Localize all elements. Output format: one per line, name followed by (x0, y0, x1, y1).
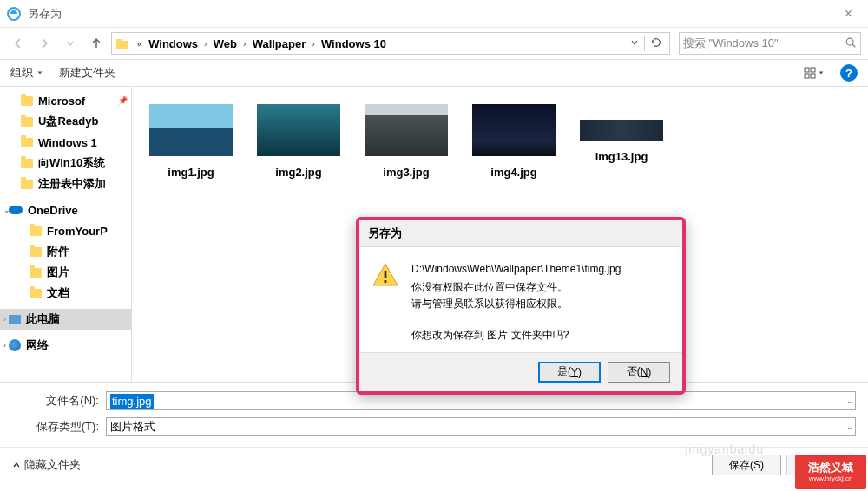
sidebar-item[interactable]: U盘Readyb (0, 111, 131, 132)
title-bar: 另存为 × (0, 0, 868, 28)
svg-rect-5 (805, 68, 809, 72)
folder-icon (30, 226, 42, 236)
folder-icon (21, 96, 33, 106)
sidebar-item[interactable]: 文档 (0, 283, 131, 304)
thumbnail-icon (365, 104, 448, 156)
folder-icon (21, 117, 33, 127)
search-placeholder: 搜索 "Windows 10" (683, 36, 845, 51)
sidebar-item[interactable]: 注册表中添加 (0, 173, 131, 194)
no-button[interactable]: 否(N) (608, 362, 670, 383)
window-title: 另存为 (28, 6, 836, 22)
onedrive-icon (9, 206, 23, 214)
recent-dropdown[interactable] (59, 32, 82, 55)
navigation-bar: « Windows › Web › Wallpaper › Windows 10… (0, 28, 868, 59)
breadcrumb-item[interactable]: Web (212, 37, 239, 50)
sidebar-thispc[interactable]: ›此电脑 (0, 309, 131, 330)
chevron-icon: › (239, 38, 251, 49)
filetype-label: 保存类型(T): (12, 419, 99, 435)
folder-icon (21, 180, 33, 189)
sidebar-item[interactable]: Microsof (0, 90, 131, 111)
filename-label: 文件名(N): (12, 393, 99, 409)
thumbnail-icon (472, 104, 556, 156)
svg-rect-8 (811, 74, 815, 78)
chevron-icon: › (307, 38, 319, 49)
save-button[interactable]: 保存(S) (712, 455, 781, 475)
permission-alert-dialog: 另存为 D:\Windows\Web\Wallpaper\Theme1\timg… (356, 217, 686, 395)
file-item[interactable]: img1.jpg (149, 104, 233, 179)
folder-icon (30, 268, 42, 278)
sidebar-onedrive[interactable]: ⌄OneDrive (0, 200, 131, 220)
file-item[interactable]: img4.jpg (472, 104, 556, 179)
breadcrumb-item[interactable]: Windows 10 (319, 37, 388, 50)
svg-rect-1 (116, 41, 128, 49)
search-icon (845, 36, 857, 51)
svg-rect-9 (385, 271, 387, 278)
search-input[interactable]: 搜索 "Windows 10" (679, 32, 861, 55)
close-button[interactable]: × (836, 3, 861, 25)
separator (644, 36, 645, 51)
new-folder-button[interactable]: 新建文件夹 (59, 65, 115, 81)
svg-line-4 (852, 44, 855, 47)
help-button[interactable]: ? (840, 64, 858, 82)
svg-rect-2 (116, 39, 122, 42)
alert-message: D:\Windows\Web\Wallpaper\Theme1\timg.jpg… (411, 261, 621, 344)
hide-folders-toggle[interactable]: 隐藏文件夹 (12, 457, 81, 473)
breadcrumb-item[interactable]: Windows (147, 37, 200, 50)
dialog-footer: 隐藏文件夹 保存(S) 取消 (0, 447, 868, 484)
up-button[interactable] (85, 32, 108, 55)
alert-title: 另存为 (359, 220, 682, 247)
app-icon (7, 7, 21, 21)
brand-badge: 浩然义城 www.hryckj.cn (795, 455, 866, 489)
folder-icon (21, 138, 33, 147)
file-item[interactable]: img2.jpg (257, 104, 340, 179)
file-item[interactable]: img3.jpg (365, 104, 448, 179)
organize-button[interactable]: 组织 (10, 65, 43, 81)
thumbnail-icon (257, 104, 340, 156)
warning-icon (372, 261, 399, 289)
network-icon (9, 339, 21, 351)
breadcrumb-dropdown[interactable] (627, 37, 642, 49)
svg-rect-7 (805, 74, 809, 78)
thumbnail-icon (580, 120, 663, 141)
folder-icon (115, 36, 129, 50)
sidebar-item[interactable]: FromYourP (0, 220, 131, 241)
svg-rect-6 (811, 68, 815, 72)
chevron-down-icon[interactable]: ⌄ (846, 422, 853, 431)
thumbnail-icon (149, 104, 233, 156)
thumbnail-grid: img1.jpg img2.jpg img3.jpg img4.jpg img1… (149, 104, 851, 179)
refresh-button[interactable] (647, 36, 666, 51)
yes-button[interactable]: 是(Y) (538, 362, 601, 383)
chevron-icon: « (133, 38, 147, 49)
toolbar: 组织 新建文件夹 ? (0, 59, 868, 87)
sidebar-item[interactable]: 图片 (0, 262, 131, 283)
forward-button[interactable] (33, 32, 56, 55)
filetype-select[interactable]: 图片格式 ⌄ (106, 417, 856, 436)
sidebar-item[interactable]: 附件 (0, 241, 131, 262)
back-button[interactable] (7, 32, 30, 55)
svg-point-3 (846, 38, 853, 45)
pc-icon (9, 315, 21, 324)
address-bar[interactable]: « Windows › Web › Wallpaper › Windows 10 (111, 32, 670, 55)
svg-rect-10 (385, 280, 387, 283)
chevron-icon: › (200, 38, 212, 49)
sidebar-item[interactable]: Windows 1 (0, 132, 131, 153)
sidebar-item[interactable]: 向Win10系统 (0, 153, 131, 173)
sidebar: Microsof U盘Readyb Windows 1 向Win10系统 注册表… (0, 87, 132, 382)
folder-icon (30, 247, 42, 257)
sidebar-network[interactable]: ›网络 (0, 335, 131, 356)
chevron-down-icon[interactable]: ⌄ (846, 396, 853, 405)
breadcrumb-item[interactable]: Wallpaper (251, 37, 308, 50)
folder-icon (30, 289, 42, 298)
view-options-button[interactable] (802, 62, 825, 84)
folder-icon (21, 159, 33, 168)
file-item[interactable]: img13.jpg (580, 104, 663, 179)
